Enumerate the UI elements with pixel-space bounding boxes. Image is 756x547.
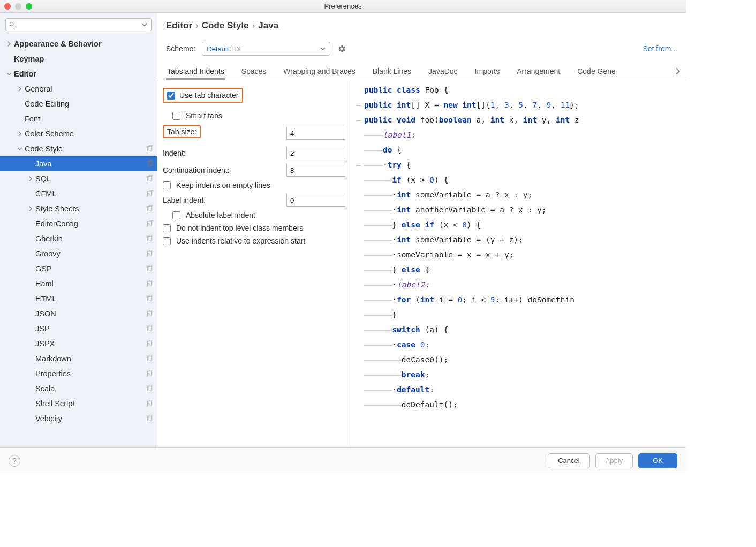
set-from-link[interactable]: Set from... <box>642 44 677 53</box>
tree-item-font[interactable]: Font <box>0 111 157 126</box>
label-indent-input[interactable] <box>286 194 345 207</box>
tree-item-gsp[interactable]: GSP <box>0 261 157 276</box>
smart-tabs-checkbox[interactable] <box>172 112 180 120</box>
tree-item-color-scheme[interactable]: Color Scheme <box>0 126 157 141</box>
preferences-tree[interactable]: Appearance & BehaviorKeymapEditorGeneral… <box>0 34 157 447</box>
absolute-label-indent-checkbox[interactable] <box>172 211 180 219</box>
tree-item-style-sheets[interactable]: Style Sheets <box>0 201 157 216</box>
titlebar: Preferences <box>0 0 686 13</box>
svg-point-0 <box>10 22 14 26</box>
help-button[interactable]: ? <box>9 455 20 467</box>
gear-icon[interactable] <box>337 44 346 54</box>
chevron-down-icon <box>141 21 148 28</box>
breadcrumb: Editor › Code Style › Java <box>157 13 686 37</box>
chevron-down-icon <box>320 46 326 51</box>
ok-button[interactable]: OK <box>638 453 677 468</box>
preferences-sidebar: Appearance & BehaviorKeymapEditorGeneral… <box>0 13 157 447</box>
dialog-footer: ? Cancel Apply OK <box>0 447 686 473</box>
tab-javadoc[interactable]: JavaDoc <box>427 63 458 80</box>
tree-item-java[interactable]: Java <box>0 156 157 171</box>
apply-button[interactable]: Apply <box>595 453 633 468</box>
tree-item-editor[interactable]: Editor <box>0 66 157 81</box>
tree-item-gherkin[interactable]: Gherkin <box>0 231 157 246</box>
tree-item-shell-script[interactable]: Shell Script <box>0 396 157 411</box>
svg-line-1 <box>13 26 15 27</box>
tab-wrapping-and-braces[interactable]: Wrapping and Braces <box>282 63 356 80</box>
tree-item-scala[interactable]: Scala <box>0 381 157 396</box>
relative-to-expression-checkbox[interactable] <box>163 237 171 245</box>
tree-item-general[interactable]: General <box>0 81 157 96</box>
tree-item-jsp[interactable]: JSP <box>0 321 157 336</box>
tree-item-jspx[interactable]: JSPX <box>0 336 157 351</box>
search-icon <box>9 21 16 28</box>
continuation-indent-input[interactable] <box>286 164 345 177</box>
tree-item-appearance-behavior[interactable]: Appearance & Behavior <box>0 36 157 51</box>
tree-item-json[interactable]: JSON <box>0 306 157 321</box>
tree-item-keymap[interactable]: Keymap <box>0 51 157 66</box>
search-input[interactable] <box>5 18 152 31</box>
tab-spaces[interactable]: Spaces <box>240 63 268 80</box>
tree-item-velocity[interactable]: Velocity <box>0 411 157 426</box>
cancel-button[interactable]: Cancel <box>548 453 589 468</box>
tab-arrangement[interactable]: Arrangement <box>516 63 561 80</box>
tab-size-input[interactable] <box>286 127 345 140</box>
keep-indents-empty-checkbox[interactable] <box>163 181 171 189</box>
tree-item-properties[interactable]: Properties <box>0 366 157 381</box>
tab-code-gene[interactable]: Code Gene <box>576 63 617 80</box>
tree-item-groovy[interactable]: Groovy <box>0 246 157 261</box>
tree-item-sql[interactable]: SQL <box>0 171 157 186</box>
tree-item-haml[interactable]: Haml <box>0 276 157 291</box>
chevron-right-icon[interactable] <box>674 67 682 75</box>
tab-size-label: Tab size: <box>163 125 201 138</box>
do-not-indent-top-level-checkbox[interactable] <box>163 224 171 232</box>
tree-item-markdown[interactable]: Markdown <box>0 351 157 366</box>
tree-item-code-style[interactable]: Code Style <box>0 141 157 156</box>
tab-imports[interactable]: Imports <box>474 63 501 80</box>
indent-input[interactable] <box>286 147 345 159</box>
tree-item-html[interactable]: HTML <box>0 291 157 306</box>
tab-blank-lines[interactable]: Blank Lines <box>372 63 412 80</box>
tab-tabs-and-indents[interactable]: Tabs and Indents <box>166 63 225 80</box>
scheme-select[interactable]: Default IDE <box>202 42 330 56</box>
tree-item-cfml[interactable]: CFML <box>0 186 157 201</box>
code-style-tabs: Tabs and IndentsSpacesWrapping and Brace… <box>157 62 686 80</box>
window-title: Preferences <box>0 2 686 10</box>
tabs-and-indents-form: Use tab character Smart tabs Tab size: I… <box>157 80 351 447</box>
code-preview: public class Foo {– public int[] X = new… <box>351 80 686 447</box>
use-tab-character-checkbox[interactable] <box>167 92 175 100</box>
scheme-label: Scheme: <box>166 44 195 53</box>
tree-item-editorconfig[interactable]: EditorConfig <box>0 216 157 231</box>
tree-item-code-editing[interactable]: Code Editing <box>0 96 157 111</box>
